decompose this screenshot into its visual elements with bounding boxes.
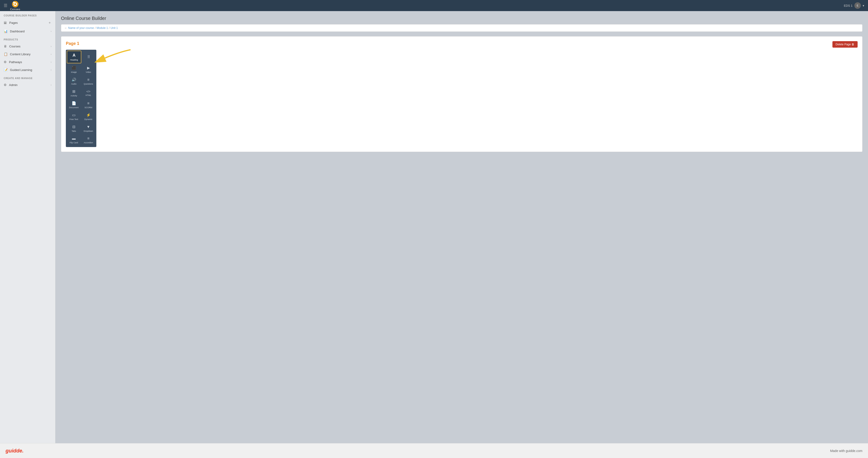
- flipcard-icon: ▬: [72, 136, 76, 141]
- breadcrumb-sep2: /: [109, 26, 110, 30]
- guided-learning-icon: 📝: [4, 68, 8, 72]
- heading-label: Heading: [70, 59, 78, 61]
- block-item-dropdown[interactable]: ▼ Dropdown: [81, 123, 95, 134]
- block-item-tabs[interactable]: ⊟ Tabs: [67, 123, 81, 134]
- freetext-icon: ▭: [72, 113, 75, 117]
- hamburger-icon[interactable]: ☰: [4, 3, 7, 8]
- questions-icon: ≡: [87, 78, 89, 82]
- image-icon: ⬛: [72, 66, 76, 70]
- courses-chevron-icon: ›: [51, 45, 52, 48]
- scorm-label: SCORM: [85, 106, 92, 109]
- block-item-image[interactable]: ⬛ Image: [67, 64, 81, 75]
- block-item-heading[interactable]: A Heading: [67, 51, 81, 63]
- document-icon: 📄: [72, 101, 76, 106]
- page-section-title: Page 1: [66, 41, 858, 46]
- dynamic-icon: ⚡: [86, 113, 91, 117]
- footer-made-with: Made with guidde.com: [830, 449, 863, 453]
- content-library-chevron-icon: ›: [51, 53, 52, 56]
- scorm-icon: ≡: [87, 101, 89, 106]
- image-label: Image: [71, 71, 77, 73]
- breadcrumb: ← Name of your course / Module 1 / Unit …: [61, 24, 863, 32]
- sidebar-item-admin[interactable]: ⚙ Admin ›: [0, 81, 55, 89]
- freetext-label: Free Text: [69, 118, 78, 120]
- content-library-icon: 📋: [4, 52, 8, 56]
- block-item-video[interactable]: ▶ Video: [81, 64, 95, 75]
- sidebar-item-dashboard[interactable]: 📊 Dashboard ›: [0, 27, 55, 35]
- audio-label: Audio: [71, 83, 76, 85]
- block-item-dynamic[interactable]: ⚡ Dynamic: [81, 111, 95, 122]
- html-label: HTML: [86, 94, 91, 96]
- pathways-icon: ⚙: [4, 60, 7, 64]
- block-picker-panel: A Heading ⠿ ⬛ Image: [66, 50, 96, 147]
- accordion-icon: ≡: [87, 136, 89, 141]
- add-page-icon[interactable]: ＋: [48, 20, 52, 25]
- block-item-freetext[interactable]: ▭ Free Text: [67, 111, 81, 122]
- arrow-svg: [96, 48, 133, 70]
- breadcrumb-back-icon[interactable]: ←: [64, 26, 67, 30]
- block-item-accordion[interactable]: ≡ Accordion: [81, 135, 95, 146]
- sidebar-item-guided-learning-label: Guided Learning: [10, 68, 32, 72]
- video-icon: ▶: [87, 66, 90, 70]
- block-item-html[interactable]: </> HTML: [81, 87, 95, 99]
- sidebar-item-pathways[interactable]: ⚙ Pathways ›: [0, 58, 55, 66]
- block-item-activity[interactable]: ⊞ Activity: [67, 87, 81, 99]
- user-label: EDS 1: [844, 4, 852, 7]
- dashboard-icon: 📊: [4, 29, 8, 33]
- tabs-icon: ⊟: [72, 124, 75, 129]
- footer-logo: guidde.: [5, 448, 24, 454]
- content-area: Online Course Builder ← Name of your cou…: [56, 11, 868, 443]
- sidebar-item-guided-learning[interactable]: 📝 Guided Learning ›: [0, 66, 55, 74]
- html-icon: </>: [86, 90, 90, 93]
- admin-icon: ⚙: [4, 83, 7, 87]
- sidebar-item-pages[interactable]: 🏛 Pages ＋: [0, 18, 55, 27]
- dashboard-chevron-icon: ›: [51, 30, 52, 33]
- dropdown-label: Dropdown: [84, 130, 93, 132]
- block-item-document[interactable]: 📄 Document: [67, 99, 81, 111]
- block-item-flipcard[interactable]: ▬ Flip Card: [67, 135, 81, 146]
- document-label: Document: [69, 106, 79, 109]
- sidebar-item-dashboard-label: Dashboard: [10, 30, 25, 33]
- sidebar-item-pages-label: Pages: [9, 21, 18, 25]
- breadcrumb-module-link[interactable]: Module 1: [97, 26, 108, 30]
- user-menu[interactable]: EDS 1 E ▾: [844, 2, 864, 9]
- admin-chevron-icon: ›: [51, 83, 52, 86]
- breadcrumb-sep1: /: [95, 26, 95, 30]
- breadcrumb-unit-link[interactable]: Unit 1: [111, 26, 118, 30]
- page-builder: Page 1 Delete Page 🗑 A Heading ⠿: [61, 36, 863, 152]
- questions-label: Questions: [84, 83, 93, 85]
- page-title: Online Course Builder: [61, 16, 863, 21]
- dropdown-icon: ▼: [87, 125, 90, 129]
- block-item-audio[interactable]: 🔊 Audio: [67, 76, 81, 87]
- sidebar: COURSE BUILDER PAGES 🏛 Pages ＋ 📊 Dashboa…: [0, 11, 56, 443]
- sidebar-item-content-library[interactable]: 📋 Content Library ›: [0, 50, 55, 58]
- accordion-label: Accordion: [84, 142, 93, 144]
- pathways-chevron-icon: ›: [51, 61, 52, 63]
- audio-icon: 🔊: [72, 78, 76, 82]
- sidebar-item-content-library-label: Content Library: [10, 53, 31, 56]
- dynamic-label: Dynamic: [84, 118, 92, 120]
- heading-icon: A: [72, 53, 75, 58]
- top-navigation: ☰ Censeo EDS 1 E ▾: [0, 0, 868, 11]
- svg-point-2: [14, 3, 16, 5]
- guided-learning-chevron-icon: ›: [51, 68, 52, 71]
- sidebar-section-create-manage: CREATE AND MANAGE: [0, 74, 55, 81]
- user-chevron-icon[interactable]: ▾: [863, 4, 864, 7]
- logo-text: Censeo: [10, 8, 20, 11]
- sidebar-item-courses[interactable]: 🖥 Courses ›: [0, 42, 55, 50]
- sidebar-section-products: PRODUCTS: [0, 35, 55, 42]
- arrow-annotation: [96, 48, 133, 71]
- delete-page-button[interactable]: Delete Page 🗑: [832, 41, 858, 48]
- sidebar-section-course-builder: COURSE BUILDER PAGES: [0, 11, 55, 18]
- avatar: E: [855, 2, 861, 9]
- drag-icon: ⠿: [87, 55, 90, 59]
- activity-icon: ⊞: [72, 89, 75, 94]
- flipcard-label: Flip Card: [69, 142, 78, 144]
- block-item-scorm[interactable]: ≡ SCORM: [81, 99, 95, 111]
- sidebar-item-courses-label: Courses: [9, 45, 20, 48]
- block-item-drag[interactable]: ⠿: [82, 51, 95, 63]
- video-label: Video: [86, 71, 91, 73]
- block-item-questions[interactable]: ≡ Questions: [81, 76, 95, 87]
- breadcrumb-course-link[interactable]: Name of your course: [68, 26, 94, 30]
- activity-label: Activity: [70, 94, 77, 97]
- footer: guidde. Made with guidde.com: [0, 443, 868, 458]
